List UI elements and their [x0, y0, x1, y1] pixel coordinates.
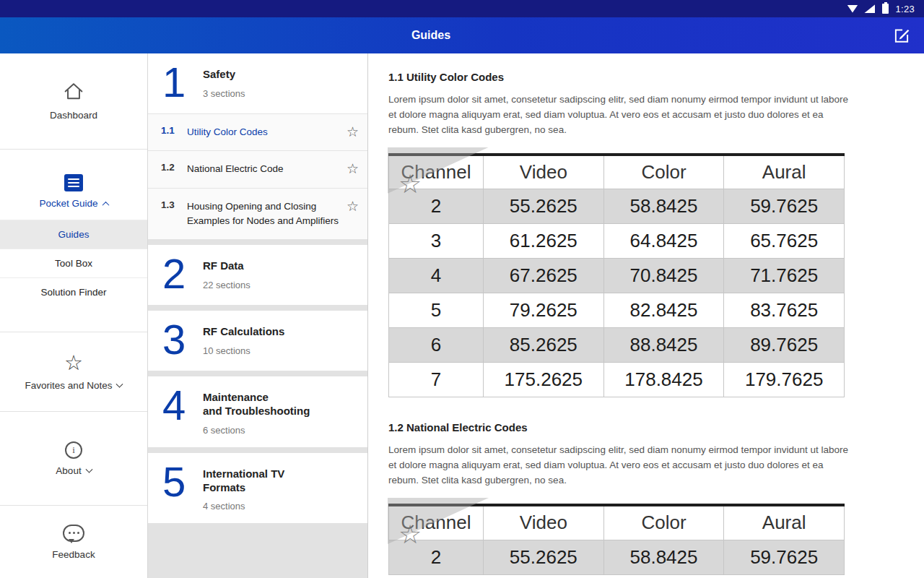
- section-heading: 1.1 Utility Color Codes: [388, 71, 902, 83]
- table-cell: 59.7625: [724, 189, 845, 224]
- sidebar-item-pocket-guide[interactable]: Pocket Guide: [39, 174, 108, 209]
- sidebar-item-about[interactable]: i About: [0, 412, 147, 506]
- section-heading: 1.2 National Electric Codes: [388, 421, 902, 434]
- chevron-down-icon: [116, 381, 123, 388]
- table-cell: 6: [389, 328, 484, 363]
- table-cell: 59.7625: [724, 540, 845, 574]
- pocket-guide-submenu: Guides Tool Box Solution Finder: [0, 220, 147, 306]
- favorite-star-icon[interactable]: ☆: [346, 162, 359, 176]
- compose-icon: [892, 26, 911, 45]
- toc-subsection-1-1[interactable]: 1.1 Utility Color Codes ☆: [148, 113, 367, 150]
- sidebar-item-dashboard[interactable]: Dashboard: [0, 53, 147, 150]
- toc-chapter-3: 3 RF Calculations 10 sections: [148, 311, 367, 371]
- table-cell: 179.7625: [724, 363, 845, 397]
- table-cell: 70.8425: [603, 259, 724, 293]
- toc-subsection-1-3[interactable]: 1.3 Housing Opening and Closing Examples…: [148, 188, 367, 240]
- subsection-title: Utility Color Codes: [187, 125, 346, 139]
- subsection-number: 1.2: [161, 162, 187, 173]
- sidebar-label-feedback: Feedback: [52, 549, 95, 560]
- toc-panel: 1 Safety 3 sections 1.1 Utility Color Co…: [148, 53, 368, 578]
- sidebar-item-favorites-and-notes[interactable]: ☆ Favorites and Notes: [0, 332, 147, 412]
- toc-chapter-2-header[interactable]: 2 RF Data 22 sections: [148, 245, 367, 305]
- chevron-up-icon: [102, 202, 109, 209]
- status-time: 1:23: [895, 4, 915, 14]
- sidebar-label-dashboard: Dashboard: [50, 110, 97, 121]
- table-cell: 58.8425: [603, 540, 724, 574]
- app-bar: Guides: [0, 17, 924, 53]
- table-cell: 61.2625: [484, 224, 604, 259]
- feedback-bubble-icon: [63, 525, 84, 542]
- table-row-channel-2: 255.262558.842559.7625: [389, 540, 845, 574]
- toc-subsection-1-2[interactable]: 1.2 National Electric Code ☆: [148, 150, 367, 187]
- table-cell: 2: [389, 540, 484, 574]
- table-cell: 82.8425: [603, 293, 724, 328]
- content-area: 1.1 Utility Color Codes Lorem ipsum dolo…: [368, 53, 924, 578]
- table-cell: 89.7625: [724, 328, 845, 363]
- chapter-sections-count: 6 sections: [203, 425, 310, 436]
- chapter-sections-count: 22 sections: [203, 280, 250, 290]
- content-section-1-1: 1.1 Utility Color Codes Lorem ipsum dolo…: [388, 71, 902, 397]
- chapter-title: RF Calculations: [203, 325, 284, 339]
- table-header-channel: Channel: [389, 505, 484, 540]
- favorite-star-icon[interactable]: ☆: [346, 125, 359, 139]
- chapter-title: Maintenance and Troubleshooting: [203, 391, 310, 418]
- chapter-sections-count: 4 sections: [203, 501, 284, 512]
- star-icon: ☆: [64, 353, 83, 374]
- sidebar-item-tool-box[interactable]: Tool Box: [0, 249, 147, 277]
- home-icon: [64, 82, 84, 103]
- subsection-title: National Electric Code: [187, 162, 346, 176]
- table-row-channel-7: 7175.2625178.8425179.7625: [389, 363, 845, 397]
- info-icon: i: [65, 441, 82, 459]
- table-cell: 83.7625: [724, 293, 845, 328]
- toc-chapter-1: 1 Safety 3 sections 1.1 Utility Color Co…: [148, 53, 367, 239]
- table-row-channel-2: 255.262558.842559.7625: [389, 189, 845, 224]
- table-cell: 3: [389, 224, 484, 259]
- chapter-title: RF Data: [203, 259, 250, 273]
- menu-icon: [64, 174, 83, 191]
- table-cell: 67.2625: [484, 259, 604, 293]
- chevron-down-icon: [85, 465, 92, 473]
- chapter-number: 4: [162, 385, 193, 436]
- table-header-video: Video: [484, 155, 604, 189]
- table-header-color: Color: [603, 155, 724, 189]
- table-cell: 175.2625: [484, 363, 604, 397]
- sidebar-label-favorites: Favorites and Notes: [25, 380, 123, 391]
- status-bar: 1:23: [0, 0, 924, 17]
- toc-chapter-2: 2 RF Data 22 sections: [148, 245, 367, 305]
- table-cell: 85.2625: [484, 328, 604, 363]
- chapter-number: 2: [162, 254, 193, 293]
- toc-chapter-5-header[interactable]: 5 International TV Formats 4 sections: [148, 453, 367, 524]
- table-header-color: Color: [603, 505, 724, 540]
- favorite-star-icon[interactable]: ☆: [346, 199, 359, 213]
- toc-chapter-3-header[interactable]: 3 RF Calculations 10 sections: [148, 311, 367, 371]
- sidebar: Dashboard Pocket Guide Guides Tool Box S…: [0, 53, 148, 578]
- table-cell: 79.2625: [484, 293, 604, 328]
- table-cell: 64.8425: [603, 224, 724, 259]
- sidebar-item-solution-finder[interactable]: Solution Finder: [0, 277, 147, 306]
- toc-chapter-1-header[interactable]: 1 Safety 3 sections: [148, 53, 367, 113]
- table-cell: 65.7625: [724, 224, 845, 259]
- toc-chapter-4-header[interactable]: 4 Maintenance and Troubleshooting 6 sect…: [148, 376, 367, 447]
- edit-button[interactable]: [892, 26, 911, 45]
- subsection-number: 1.1: [161, 125, 187, 136]
- toc-chapter-4: 4 Maintenance and Troubleshooting 6 sect…: [148, 376, 367, 447]
- table-header-aural: Aural: [724, 505, 845, 540]
- sidebar-label-pocket-guide: Pocket Guide: [39, 198, 108, 209]
- table-header-row: ChannelVideoColorAural: [389, 505, 845, 540]
- table-cell: 2: [389, 189, 484, 224]
- table-cell: 55.2625: [484, 540, 604, 574]
- app-screen: 1:23 Guides Dashboard: [0, 0, 924, 578]
- table-header-aural: Aural: [724, 155, 845, 189]
- wifi-icon: [847, 5, 858, 13]
- table-row-channel-3: 361.262564.842565.7625: [389, 224, 845, 259]
- cellular-signal-icon: [864, 4, 875, 13]
- sidebar-item-guides[interactable]: Guides: [0, 220, 147, 249]
- frequency-table: ChannelVideoColorAural255.262558.842559.…: [388, 153, 845, 398]
- content-section-1-2: 1.2 National Electric Codes Lorem ipsum …: [388, 421, 902, 574]
- battery-icon: [882, 4, 889, 14]
- frequency-table: ChannelVideoColorAural255.262558.842559.…: [388, 504, 845, 575]
- sidebar-label-about: About: [56, 465, 91, 476]
- table-cell: 4: [389, 259, 484, 293]
- chapter-sections-count: 3 sections: [203, 88, 245, 99]
- sidebar-item-feedback[interactable]: Feedback: [0, 506, 147, 578]
